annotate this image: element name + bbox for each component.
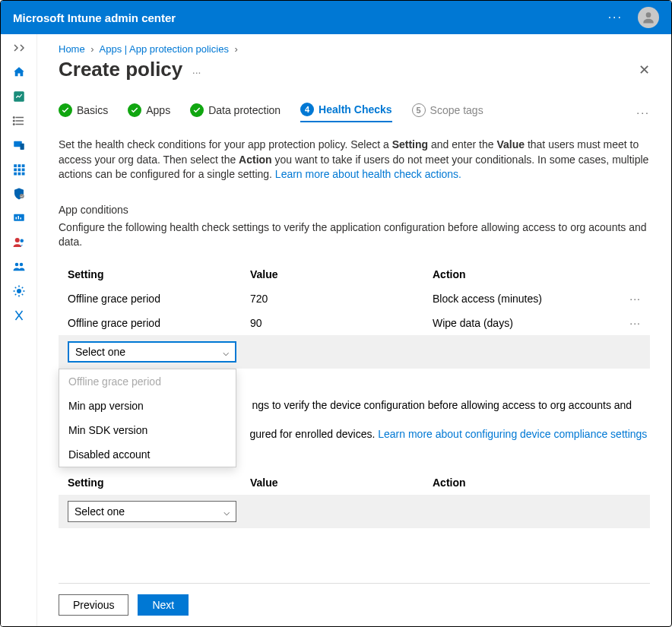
svg-point-26	[14, 263, 18, 267]
tenant-icon[interactable]	[11, 283, 27, 299]
svg-rect-14	[17, 169, 21, 172]
learn-more-link[interactable]: Learn more about health check actions.	[275, 168, 461, 180]
apps-icon[interactable]	[11, 162, 27, 177]
table-header: Setting Value Action	[59, 470, 650, 495]
intro-text: Set the health check conditions for your…	[59, 138, 650, 182]
svg-rect-11	[17, 164, 21, 167]
setting-dropdown[interactable]: Select one ⌵	[68, 341, 236, 363]
svg-rect-9	[20, 144, 24, 150]
header-more-icon[interactable]: ···	[608, 11, 623, 24]
svg-rect-18	[21, 173, 24, 176]
svg-point-19	[19, 194, 24, 198]
title-more-icon[interactable]: ···	[192, 66, 201, 78]
page-title: Create policy	[59, 58, 182, 81]
device-setting-dropdown[interactable]: Select one ⌵	[68, 501, 236, 522]
menu-item[interactable]: Min SDK version	[59, 418, 236, 442]
svg-rect-15	[21, 169, 24, 172]
svg-rect-13	[14, 169, 17, 172]
check-icon	[128, 103, 141, 117]
list-icon[interactable]	[11, 113, 27, 128]
row-more-icon[interactable]: ···	[618, 293, 641, 305]
crumb-apps[interactable]: Apps | App protection policies	[100, 43, 229, 55]
step-apps[interactable]: Apps	[128, 103, 170, 122]
svg-point-0	[646, 12, 651, 17]
wizard-steps: Basics Apps Data protection 4 Health Che…	[59, 103, 650, 122]
svg-rect-16	[14, 173, 17, 176]
table-row: Offline grace period 90 Wipe data (days)…	[59, 311, 650, 335]
reports-icon[interactable]	[11, 211, 27, 226]
previous-button[interactable]: Previous	[59, 594, 128, 616]
step-health-checks[interactable]: 4 Health Checks	[300, 103, 391, 122]
svg-point-6	[13, 120, 14, 122]
menu-item: Offline grace period	[59, 369, 236, 394]
close-icon[interactable]: ✕	[639, 62, 650, 78]
svg-rect-22	[17, 216, 19, 220]
step-basics[interactable]: Basics	[59, 103, 108, 122]
step-data-protection[interactable]: Data protection	[190, 103, 281, 122]
dashboard-icon[interactable]	[11, 89, 27, 104]
menu-item[interactable]: Min app version	[59, 394, 236, 418]
menu-item[interactable]: Disabled account	[59, 442, 236, 467]
step-scope-tags[interactable]: 5 Scope tags	[412, 103, 483, 122]
devices-icon[interactable]	[11, 138, 27, 153]
app-conditions-desc: Configure the following health check set…	[59, 220, 650, 250]
troubleshoot-icon[interactable]	[11, 308, 27, 323]
svg-rect-12	[21, 164, 24, 167]
security-icon[interactable]	[11, 186, 27, 201]
svg-point-7	[13, 124, 14, 125]
table-row: Offline grace period 720 Block access (m…	[59, 287, 650, 311]
users-icon[interactable]	[11, 235, 27, 250]
svg-rect-21	[15, 217, 17, 220]
app-conditions-title: App conditions	[59, 204, 650, 216]
home-icon[interactable]	[11, 65, 27, 80]
steps-more-icon[interactable]: ···	[636, 106, 650, 119]
expand-icon[interactable]	[11, 40, 27, 55]
svg-rect-17	[17, 173, 21, 176]
avatar[interactable]	[638, 7, 659, 28]
groups-icon[interactable]	[11, 259, 27, 274]
svg-point-28	[17, 289, 21, 293]
table-header: Setting Value Action	[59, 262, 650, 287]
svg-point-27	[19, 263, 23, 267]
crumb-home[interactable]: Home	[59, 43, 85, 55]
chevron-down-icon: ⌵	[223, 346, 229, 358]
svg-point-5	[13, 117, 14, 119]
check-icon	[59, 103, 72, 117]
svg-point-25	[20, 239, 24, 243]
breadcrumb: Home › Apps | App protection policies ›	[59, 43, 650, 55]
next-button[interactable]: Next	[138, 594, 189, 616]
svg-point-24	[14, 238, 19, 242]
svg-rect-23	[20, 217, 21, 219]
header-title: Microsoft Intune admin center	[13, 11, 176, 24]
check-icon	[190, 103, 204, 117]
dropdown-menu: Offline grace period Min app version Min…	[59, 369, 236, 467]
svg-rect-10	[14, 164, 17, 167]
chevron-down-icon: ⌵	[223, 505, 230, 518]
learn-device-link[interactable]: Learn more about configuring device comp…	[378, 428, 647, 440]
sidebar	[1, 34, 37, 626]
row-more-icon[interactable]: ···	[618, 317, 641, 329]
